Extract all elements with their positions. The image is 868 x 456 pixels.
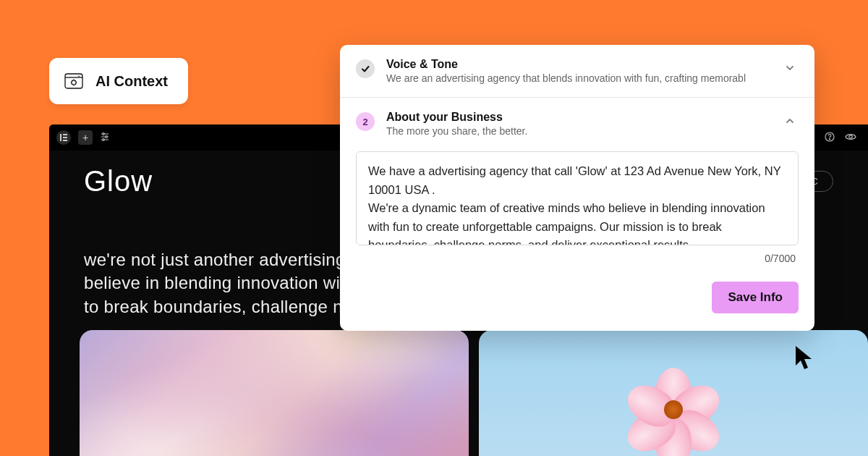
- section-title: About your Business: [386, 111, 773, 124]
- section-title: Voice & Tone: [386, 58, 773, 71]
- site-logo: Glow: [84, 165, 153, 198]
- save-info-button[interactable]: Save Info: [712, 282, 799, 313]
- ai-context-panel: Voice & Tone We are an advertising agenc…: [340, 45, 814, 331]
- svg-rect-4: [63, 134, 67, 135]
- check-icon: [356, 59, 375, 78]
- ai-context-chip[interactable]: AI Context: [49, 58, 188, 104]
- svg-point-14: [829, 138, 830, 139]
- section-about-business[interactable]: 2 About your Business The more you share…: [340, 98, 814, 140]
- elementor-logo-icon[interactable]: [56, 130, 71, 145]
- hero-line-2: believe in blending innovation with fu: [84, 273, 375, 292]
- svg-rect-3: [60, 134, 61, 141]
- svg-rect-6: [63, 140, 67, 141]
- business-description-textarea[interactable]: We have a advertising agency that call '…: [356, 151, 799, 245]
- svg-point-15: [849, 135, 852, 138]
- hero-image-right: [479, 330, 868, 456]
- step-number-badge: 2: [356, 112, 375, 131]
- image-row: [80, 330, 868, 456]
- svg-point-8: [103, 132, 105, 135]
- chevron-up-icon[interactable]: [784, 115, 799, 130]
- hero-image-left: [80, 330, 469, 456]
- section-subtitle: The more you share, the better.: [386, 125, 773, 137]
- hero-line-1: we're not just another advertising ag: [84, 250, 370, 269]
- hero-line-3: to break boundaries, challenge norm: [84, 297, 373, 316]
- help-icon[interactable]: [825, 132, 835, 144]
- section-voice-tone[interactable]: Voice & Tone We are an advertising agenc…: [340, 45, 814, 98]
- ai-context-label: AI Context: [95, 73, 168, 90]
- svg-rect-0: [65, 74, 82, 88]
- chevron-down-icon[interactable]: [784, 62, 799, 77]
- svg-rect-5: [63, 137, 67, 138]
- char-count: 0/7000: [340, 248, 814, 264]
- svg-point-12: [103, 138, 105, 140]
- settings-icon[interactable]: [100, 132, 110, 144]
- add-button[interactable]: +: [78, 130, 93, 145]
- preview-icon[interactable]: [845, 132, 856, 144]
- svg-point-10: [106, 135, 108, 138]
- ai-context-gear-icon: [64, 71, 84, 91]
- section-subtitle: We are an advertising agency that blends…: [386, 72, 773, 84]
